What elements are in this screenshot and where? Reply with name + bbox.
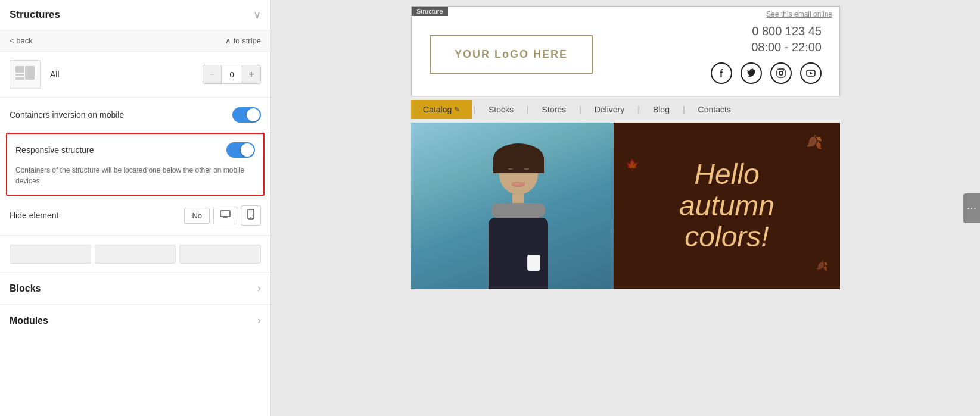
svg-point-11 xyxy=(779,71,783,75)
nav-sep-2: | xyxy=(525,105,530,114)
right-panel: Structure See this email online YOUR LoG… xyxy=(271,0,980,416)
responsive-row: Responsive structure xyxy=(15,142,255,158)
svg-point-12 xyxy=(783,70,784,71)
containers-inversion-toggle[interactable] xyxy=(232,107,261,123)
collapse-icon[interactable]: ∨ xyxy=(253,8,261,21)
edit-icon: ✎ xyxy=(454,105,460,114)
instagram-icon[interactable] xyxy=(770,62,792,84)
containers-inversion-label: Containers inversion on mobile xyxy=(10,110,124,120)
nav-bar: Catalog ✎ | Stocks | Stores | Delivery |… xyxy=(411,100,840,119)
person-hair xyxy=(493,143,544,173)
action-button-2[interactable] xyxy=(95,245,176,264)
hide-buttons: No xyxy=(184,205,261,226)
nav-item-contacts[interactable]: Contacts xyxy=(686,100,743,119)
nav-item-stocks[interactable]: Stocks xyxy=(477,100,525,119)
modules-arrow: › xyxy=(257,314,261,327)
stepper-minus-button[interactable]: − xyxy=(203,65,221,83)
social-icons-row xyxy=(711,62,822,84)
all-label: All xyxy=(50,70,193,79)
nav-sep-4: | xyxy=(636,105,641,114)
business-hours: 08:00 - 22:00 xyxy=(711,40,822,54)
svg-marker-14 xyxy=(810,72,813,75)
phone-number: 0 800 123 45 xyxy=(711,24,822,38)
blocks-section-nav[interactable]: Blocks › xyxy=(0,272,270,304)
containers-inversion-row: Containers inversion on mobile xyxy=(0,98,270,133)
action-button-3[interactable] xyxy=(179,245,261,264)
logo-placeholder: YOUR LoGO HERE xyxy=(430,35,593,74)
hero-text-panel: 🍂 🍁 🍂 Hello autumn colors! xyxy=(614,123,840,289)
svg-rect-1 xyxy=(15,74,24,76)
float-button[interactable]: ··· xyxy=(963,193,980,223)
mobile-icon xyxy=(247,209,254,220)
nav-sep-1: | xyxy=(472,105,477,114)
svg-rect-2 xyxy=(15,77,24,80)
modules-section-nav[interactable]: Modules › xyxy=(0,304,270,336)
hero-line3: colors! xyxy=(679,221,774,253)
responsive-structure-toggle[interactable] xyxy=(226,142,255,158)
responsive-structure-section: Responsive structure Containers of the s… xyxy=(6,133,265,196)
svg-point-9 xyxy=(250,217,251,218)
nav-item-blog[interactable]: Blog xyxy=(641,100,682,119)
stepper-plus-button[interactable]: + xyxy=(242,65,260,83)
header-content: YOUR LoGO HERE 0 800 123 45 08:00 - 22:0… xyxy=(412,7,839,96)
youtube-icon[interactable] xyxy=(800,62,822,84)
bottom-buttons-row xyxy=(0,236,270,272)
leaf-top-right: 🍂 xyxy=(806,135,822,150)
person-eye-left xyxy=(508,167,513,170)
leaf-bottom-right: 🍂 xyxy=(816,260,828,271)
hide-desktop-button[interactable] xyxy=(213,207,237,224)
panel-title: Structures xyxy=(10,9,60,21)
hide-element-section: Hide element No xyxy=(0,196,270,236)
leaf-top-left: 🍁 xyxy=(626,158,639,171)
header-right: 0 800 123 45 08:00 - 22:00 xyxy=(711,24,822,84)
hero-line2: autumn xyxy=(679,190,774,222)
nav-item-delivery[interactable]: Delivery xyxy=(583,100,637,119)
all-icon xyxy=(10,60,41,89)
nav-item-stores[interactable]: Stores xyxy=(530,100,578,119)
person-scarf xyxy=(491,203,545,218)
hide-element-label: Hide element xyxy=(10,211,59,220)
nav-item-catalog[interactable]: Catalog ✎ xyxy=(411,100,472,119)
nav-sep-3: | xyxy=(578,105,583,114)
cup xyxy=(527,255,540,271)
blocks-arrow: › xyxy=(257,282,261,295)
facebook-icon[interactable] xyxy=(711,62,732,84)
action-button-1[interactable] xyxy=(10,245,91,264)
hero-background xyxy=(411,123,614,289)
svg-rect-4 xyxy=(220,211,230,217)
person-eye-right xyxy=(524,167,529,170)
responsive-structure-description: Containers of the structure will be loca… xyxy=(15,165,255,186)
blocks-label: Blocks xyxy=(10,283,41,294)
svg-rect-0 xyxy=(15,66,24,73)
svg-rect-3 xyxy=(25,66,35,80)
hero-line1: Hello xyxy=(679,159,774,190)
hero-photo xyxy=(411,123,614,289)
person-neck xyxy=(512,194,524,203)
all-row: All − 0 + xyxy=(0,52,270,98)
nav-row: < back ∧ to stripe xyxy=(0,30,270,52)
nav-sep-5: | xyxy=(682,105,686,114)
structure-label: Structure xyxy=(412,7,448,16)
left-panel: Structures ∨ < back ∧ to stripe All − 0 … xyxy=(0,0,271,416)
nav-catalog-label: Catalog xyxy=(423,105,452,114)
structure-block: Structure See this email online YOUR LoG… xyxy=(411,6,840,96)
person-mouth xyxy=(512,182,525,187)
person-body xyxy=(489,218,548,289)
email-wrapper: Structure See this email online YOUR LoG… xyxy=(399,0,852,295)
coffee-cup xyxy=(527,255,540,271)
stepper-value: 0 xyxy=(221,65,242,83)
back-button[interactable]: < back xyxy=(10,36,33,45)
hide-no-button[interactable]: No xyxy=(184,208,210,224)
twitter-icon[interactable] xyxy=(741,62,762,84)
to-stripe-button[interactable]: ∧ to stripe xyxy=(225,36,261,45)
hero-text-container: Hello autumn colors! xyxy=(679,159,774,253)
hide-mobile-button[interactable] xyxy=(241,205,261,226)
modules-label: Modules xyxy=(10,315,48,326)
see-online-link[interactable]: See this email online xyxy=(766,10,832,18)
desktop-icon xyxy=(220,210,231,218)
person-head xyxy=(499,149,538,194)
hide-element-row: Hide element No xyxy=(10,205,261,226)
responsive-structure-label: Responsive structure xyxy=(15,145,94,155)
panel-header: Structures ∨ xyxy=(0,0,270,30)
stepper: − 0 + xyxy=(203,65,261,84)
